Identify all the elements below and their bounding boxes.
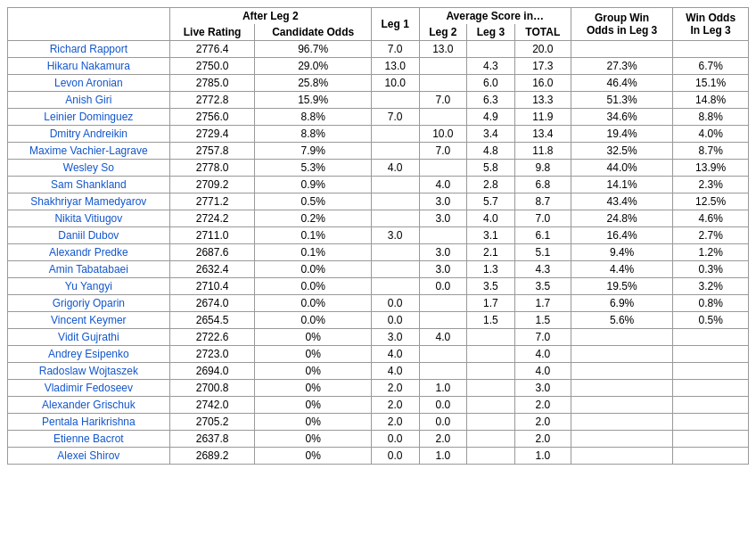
table-row: Radoslaw Wojtaszek 2694.0 0% 4.0 4.0 [8, 363, 749, 380]
player-grp-win [571, 431, 672, 448]
table-row: Yu Yangyi 2710.4 0.0% 0.0 3.5 3.5 19.5% … [8, 278, 749, 295]
player-rating: 2723.0 [169, 346, 255, 363]
player-grp-win: 5.6% [571, 312, 672, 329]
player-rating: 2778.0 [169, 160, 255, 177]
player-win-odds: 6.7% [673, 58, 749, 75]
player-rating: 2757.8 [169, 143, 255, 160]
player-rating: 2689.2 [169, 448, 255, 465]
player-name: Wesley So [8, 160, 170, 177]
player-cand-odds: 7.9% [255, 143, 371, 160]
table-row: Alexandr Predke 2687.6 0.1% 3.0 2.1 5.1 … [8, 244, 749, 261]
player-leg3: 1.3 [467, 261, 515, 278]
table-row: Etienne Bacrot 2637.8 0% 0.0 2.0 2.0 [8, 431, 749, 448]
player-leg2: 0.0 [419, 414, 467, 431]
col-leg3-header: Leg 3 [467, 24, 515, 41]
player-total: 13.4 [514, 126, 571, 143]
player-name: Daniil Dubov [8, 227, 170, 244]
player-win-odds: 2.7% [673, 227, 749, 244]
player-leg3 [467, 431, 515, 448]
player-win-odds: 1.2% [673, 244, 749, 261]
player-grp-win [571, 414, 672, 431]
player-leg1: 10.0 [371, 75, 419, 92]
player-grp-win: 34.6% [571, 109, 672, 126]
player-leg3: 1.5 [467, 312, 515, 329]
player-leg3 [467, 346, 515, 363]
player-leg2: 13.0 [419, 41, 467, 58]
player-rating: 2750.0 [169, 58, 255, 75]
player-cand-odds: 29.0% [255, 58, 371, 75]
player-win-odds: 0.3% [673, 261, 749, 278]
player-leg2: 7.0 [419, 92, 467, 109]
player-rating: 2776.4 [169, 41, 255, 58]
player-total: 8.7 [514, 193, 571, 210]
player-leg2: 0.0 [419, 397, 467, 414]
player-cand-odds: 0% [255, 329, 371, 346]
player-grp-win [571, 41, 672, 58]
player-leg1: 0.0 [371, 448, 419, 465]
player-grp-win: 19.4% [571, 126, 672, 143]
player-leg2: 3.0 [419, 210, 467, 227]
player-win-odds: 0.8% [673, 295, 749, 312]
player-name: Alexei Shirov [8, 448, 170, 465]
player-cand-odds: 0% [255, 380, 371, 397]
player-win-odds: 4.6% [673, 210, 749, 227]
table-row: Vladimir Fedoseev 2700.8 0% 2.0 1.0 3.0 [8, 380, 749, 397]
player-leg3 [467, 414, 515, 431]
table-row: Hikaru Nakamura 2750.0 29.0% 13.0 4.3 17… [8, 58, 749, 75]
player-rating: 2637.8 [169, 431, 255, 448]
player-win-odds: 14.8% [673, 92, 749, 109]
player-win-odds: 2.3% [673, 177, 749, 193]
player-cand-odds: 0.0% [255, 278, 371, 295]
player-total: 1.7 [514, 295, 571, 312]
player-total: 16.0 [514, 75, 571, 92]
player-cand-odds: 5.3% [255, 160, 371, 177]
header-row-1: After Leg 2 Leg 1 Average Score in… Grou… [8, 8, 749, 25]
table-row: Pentala Harikrishna 2705.2 0% 2.0 0.0 2.… [8, 414, 749, 431]
col-win-odds-header: Win OddsIn Leg 3 [673, 8, 749, 41]
player-grp-win: 16.4% [571, 227, 672, 244]
player-rating: 2705.2 [169, 414, 255, 431]
player-leg2: 3.0 [419, 261, 467, 278]
player-total: 1.0 [514, 448, 571, 465]
player-leg1: 3.0 [371, 329, 419, 346]
player-leg1: 4.0 [371, 346, 419, 363]
player-leg2: 0.0 [419, 278, 467, 295]
player-leg1 [371, 278, 419, 295]
player-leg3: 3.1 [467, 227, 515, 244]
player-leg3 [467, 363, 515, 380]
player-leg2 [419, 109, 467, 126]
player-total: 5.1 [514, 244, 571, 261]
player-name: Vidit Gujrathi [8, 329, 170, 346]
player-cand-odds: 25.8% [255, 75, 371, 92]
player-name: Shakhriyar Mamedyarov [8, 193, 170, 210]
player-leg1: 2.0 [371, 380, 419, 397]
player-win-odds [673, 380, 749, 397]
player-rating: 2729.4 [169, 126, 255, 143]
player-total: 6.8 [514, 177, 571, 193]
player-total: 3.0 [514, 380, 571, 397]
player-leg1 [371, 177, 419, 193]
player-name: Leinier Dominguez [8, 109, 170, 126]
player-leg2 [419, 295, 467, 312]
player-total: 4.0 [514, 346, 571, 363]
player-cand-odds: 8.8% [255, 126, 371, 143]
player-name: Anish Giri [8, 92, 170, 109]
player-leg3: 2.1 [467, 244, 515, 261]
player-cand-odds: 0.9% [255, 177, 371, 193]
player-cand-odds: 0.0% [255, 312, 371, 329]
player-rating: 2710.4 [169, 278, 255, 295]
player-leg1 [371, 92, 419, 109]
player-total: 2.0 [514, 414, 571, 431]
player-rating: 2742.0 [169, 397, 255, 414]
player-cand-odds: 0% [255, 346, 371, 363]
col-leg1-header: Leg 1 [371, 8, 419, 41]
player-name: Alexandr Predke [8, 244, 170, 261]
table-row: Andrey Esipenko 2723.0 0% 4.0 4.0 [8, 346, 749, 363]
player-grp-win [571, 346, 672, 363]
player-win-odds [673, 431, 749, 448]
player-cand-odds: 15.9% [255, 92, 371, 109]
player-leg1: 3.0 [371, 227, 419, 244]
player-leg3: 1.7 [467, 295, 515, 312]
player-cand-odds: 8.8% [255, 109, 371, 126]
player-leg2: 3.0 [419, 193, 467, 210]
